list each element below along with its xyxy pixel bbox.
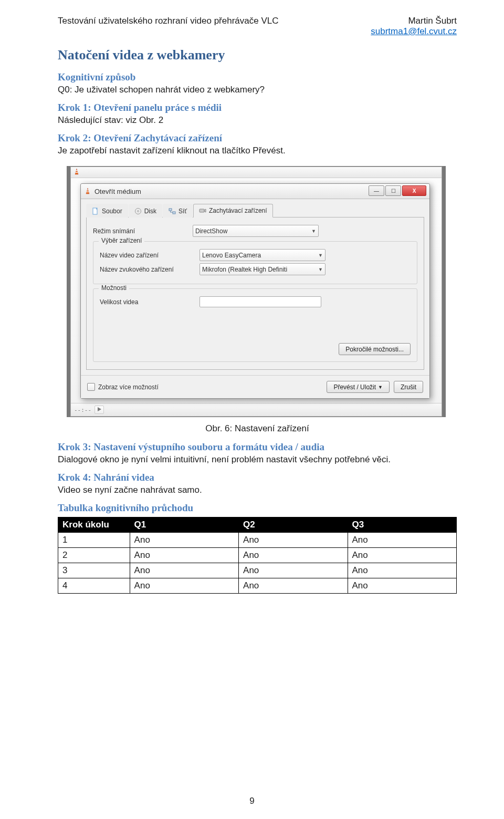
device-selection-legend: Výběr zařízení	[99, 237, 144, 244]
table-header: Q2	[239, 517, 348, 533]
capture-mode-label: Režim snímání	[93, 227, 193, 235]
video-device-label: Název video zařízení	[100, 252, 200, 259]
device-selection-group: Výběr zařízení Název video zařízení Leno…	[93, 241, 417, 284]
convert-save-button[interactable]: Převést / Uložit ▼	[327, 381, 390, 393]
tab-file-label: Soubor	[102, 208, 122, 215]
author-name: Martin Šubrt	[371, 16, 457, 26]
heading-krok3: Krok 3: Nastavení výstupního souboru a f…	[58, 441, 457, 453]
play-icon	[97, 407, 102, 412]
svg-point-8	[137, 210, 139, 212]
screenshot: Otevřít médium — ☐ X Soubor	[67, 166, 446, 417]
video-size-label: Velikost videa	[100, 298, 200, 306]
maximize-button[interactable]: ☐	[385, 185, 401, 196]
svg-rect-10	[173, 212, 175, 214]
video-size-input[interactable]	[200, 296, 321, 307]
open-media-dialog: Otevřít médium — ☐ X Soubor	[80, 183, 430, 399]
table-header: Q1	[130, 517, 238, 533]
page-title: Natočení videa z webkamery	[58, 47, 457, 63]
tab-capture[interactable]: Zachytávací zařízení	[193, 204, 273, 217]
heading-kognitivni: Kognitivní způsob	[58, 71, 457, 83]
heading-krok4: Krok 4: Nahrání videa	[58, 472, 457, 483]
tab-disk[interactable]: Disk	[129, 204, 162, 217]
tab-capture-label: Zachytávací zařízení	[209, 207, 267, 214]
table-row: 1AnoAnoAno	[58, 533, 457, 548]
text-krok1: Následující stav: viz Obr. 2	[58, 115, 457, 126]
tab-file[interactable]: Soubor	[86, 204, 128, 217]
header-left: Testování uživatelského rozhraní video p…	[58, 16, 279, 26]
cognitive-table: Krok úkolu Q1 Q2 Q3 1AnoAnoAno 2AnoAnoAn…	[58, 517, 457, 594]
text-krok2: Je zapotřebí nastavit zařízení kliknout …	[58, 145, 457, 157]
tab-network-label: Síť	[178, 208, 187, 215]
text-q0: Q0: Je uživatel schopen nahrát video z w…	[58, 84, 457, 96]
vlc-titlebar	[71, 167, 442, 178]
vlc-cone-icon	[84, 188, 91, 195]
video-device-combo[interactable]: Lenovo EasyCamera ▼	[200, 249, 326, 261]
document-header: Testování uživatelského rozhraní video p…	[58, 16, 457, 37]
show-more-checkbox[interactable]	[87, 383, 95, 391]
network-icon	[169, 208, 176, 215]
show-more-label: Zobraz více možností	[98, 383, 159, 391]
chevron-down-icon: ▼	[318, 267, 323, 272]
header-right: Martin Šubrt subrtma1@fel.cvut.cz	[371, 16, 457, 37]
disk-icon	[134, 208, 142, 215]
dialog-title-text: Otevřít médium	[94, 188, 141, 195]
table-row: 3AnoAnoAno	[58, 563, 457, 578]
tab-bar: Soubor Disk Síť	[86, 203, 424, 217]
svg-rect-11	[200, 209, 204, 212]
dialog-bottom-bar: Zobraz více možností Převést / Uložit ▼ …	[81, 375, 429, 398]
text-krok3: Dialogové okno je nyní velmi intuitivní,…	[58, 454, 457, 465]
svg-marker-13	[98, 407, 101, 411]
dialog-titlebar[interactable]: Otevřít médium — ☐ X	[81, 184, 429, 199]
svg-rect-1	[76, 170, 78, 171]
time-elapsed: --:--	[74, 407, 91, 413]
file-icon	[92, 208, 99, 215]
minimize-button[interactable]: —	[369, 185, 384, 196]
heading-tabulka: Tabulka kognitivního průchodu	[58, 502, 457, 514]
vlc-status-bar: --:--	[71, 403, 442, 416]
author-email[interactable]: subrtma1@fel.cvut.cz	[371, 26, 457, 36]
table-header: Krok úkolu	[58, 517, 130, 533]
options-group: Možnosti Velikost videa Pokročilé možnos…	[93, 288, 417, 362]
chevron-down-icon: ▼	[318, 253, 323, 258]
heading-krok2: Krok 2: Otevření Zachytávací zařízení	[58, 132, 457, 144]
tab-network[interactable]: Síť	[163, 204, 193, 217]
vlc-cone-icon	[73, 168, 80, 175]
advanced-options-button[interactable]: Pokročilé možnosti...	[339, 343, 411, 355]
table-row: 2AnoAnoAno	[58, 548, 457, 563]
table-row: 4AnoAnoAno	[58, 578, 457, 594]
capture-mode-combo[interactable]: DirectShow ▼	[193, 225, 319, 237]
svg-rect-5	[87, 192, 89, 192]
page-number: 9	[0, 796, 504, 806]
convert-save-label: Převést / Uložit	[333, 383, 376, 391]
audio-device-value: Mikrofon (Realtek High Definiti	[202, 266, 287, 273]
text-krok4: Video se nyní začne nahrávat samo.	[58, 484, 457, 496]
play-button[interactable]	[94, 406, 104, 414]
svg-rect-2	[76, 172, 78, 173]
svg-rect-4	[87, 190, 89, 190]
svg-marker-0	[75, 169, 78, 174]
chevron-down-icon: ▼	[311, 229, 316, 234]
table-header: Q3	[348, 517, 456, 533]
video-device-value: Lenovo EasyCamera	[202, 252, 261, 259]
capture-panel: Režim snímání DirectShow ▼ Výběr zařízen…	[86, 217, 424, 370]
capture-icon	[199, 207, 206, 214]
svg-rect-9	[169, 209, 172, 211]
audio-device-label: Název zvukového zařízení	[100, 266, 200, 273]
tab-disk-label: Disk	[144, 208, 156, 215]
figure-caption: Obr. 6: Nastavení zařízení	[58, 423, 457, 434]
chevron-down-icon: ▼	[378, 385, 383, 390]
cancel-button[interactable]: Zrušit	[394, 381, 423, 393]
figure-wrapper: Otevřít médium — ☐ X Soubor	[56, 166, 457, 417]
svg-marker-3	[86, 188, 89, 194]
heading-krok1: Krok 1: Otevření panelu práce s médii	[58, 102, 457, 113]
audio-device-combo[interactable]: Mikrofon (Realtek High Definiti ▼	[200, 263, 326, 275]
close-button[interactable]: X	[402, 185, 426, 196]
capture-mode-value: DirectShow	[195, 227, 227, 235]
options-legend: Možnosti	[99, 284, 129, 292]
